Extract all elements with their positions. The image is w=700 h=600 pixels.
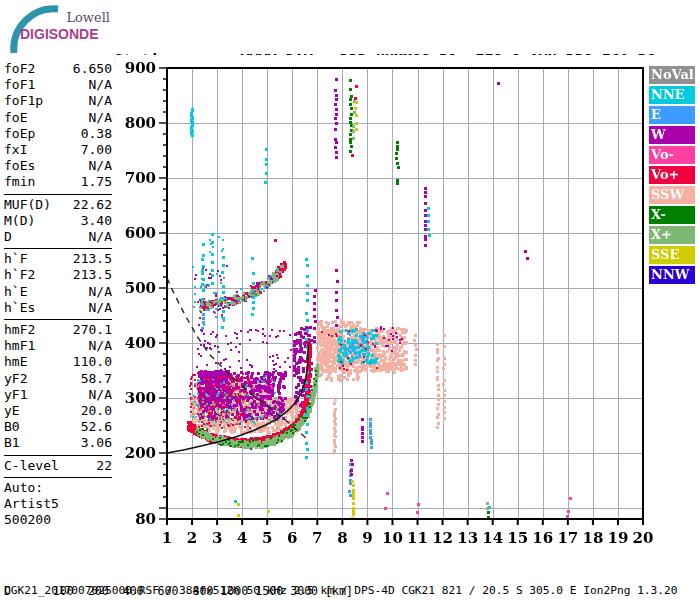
param-label: h`F2 [4, 267, 35, 283]
param-value: 22 [96, 458, 112, 474]
param-label: foE [4, 110, 27, 126]
param-label: hmE [4, 354, 27, 370]
param-value: 58.7 [81, 371, 112, 387]
scaled-parameters-panel: foF26.650foF1N/AfoF1pN/AfoEN/AfoEp0.38fx… [4, 59, 112, 531]
lowell-digisonde-logo: Lowell DIGISONDE [6, 4, 112, 54]
legend-item-w: W [649, 126, 695, 144]
legend-item-ssw: SSW [649, 186, 695, 204]
param-row: yF1N/A [4, 387, 112, 403]
ionogram-plot-canvas [115, 55, 700, 555]
param-row: hmE110.0 [4, 354, 112, 370]
legend-item-sse: SSE [649, 246, 695, 264]
legend-item-vominus: Vo- [649, 146, 695, 164]
legend-label: SSE [649, 246, 679, 264]
param-row: fxI7.00 [4, 142, 112, 158]
param-label: foEs [4, 158, 35, 174]
param-group: hmF2270.1hmF1N/AhmE110.0yF258.7yF1N/AyE2… [4, 319, 112, 455]
param-label: yF2 [4, 371, 27, 387]
param-label: yF1 [4, 387, 27, 403]
param-value: 270.1 [73, 322, 112, 338]
param-row: M(D)3.40 [4, 213, 112, 229]
legend-item-voplus: Vo+ [649, 166, 695, 184]
legend-label: Vo+ [649, 166, 679, 184]
legend-label: NoVal [649, 66, 694, 84]
param-row: B13.06 [4, 435, 112, 451]
param-value: 3.06 [81, 435, 112, 451]
param-row: foF26.650 [4, 61, 112, 77]
param-label: B1 [4, 435, 20, 451]
param-value: N/A [89, 284, 112, 300]
autoscaling-info: Auto:Artist5500200 [4, 478, 112, 532]
param-label: foF1p [4, 93, 43, 109]
param-value: N/A [89, 300, 112, 316]
param-value: N/A [89, 93, 112, 109]
param-label: D [4, 229, 12, 245]
legend-label: E [649, 106, 661, 124]
param-label: fmin [4, 174, 35, 190]
param-label: h`F [4, 251, 27, 267]
param-row: yF258.7 [4, 371, 112, 387]
param-label: MUF(D) [4, 197, 51, 213]
param-label: foF1 [4, 77, 35, 93]
param-row: foF1pN/A [4, 93, 112, 109]
legend-label: X+ [649, 226, 672, 244]
param-row: h`EsN/A [4, 300, 112, 316]
param-value: N/A [89, 110, 112, 126]
ionogram-viewer: Lowell DIGISONDE Station YYYY DAY DDD HH… [0, 0, 700, 600]
param-group: h`F213.5h`F2213.5h`EN/Ah`EsN/A [4, 248, 112, 319]
autoscaling-line: Artist5 [4, 496, 112, 512]
legend-label: X- [649, 206, 666, 224]
param-value: 1.75 [81, 174, 112, 190]
param-label: M(D) [4, 213, 35, 229]
autoscaling-line: 500200 [4, 512, 112, 528]
param-group: MUF(D)22.62M(D)3.40DN/A [4, 194, 112, 249]
param-value: 22.62 [73, 197, 112, 213]
param-label: fxI [4, 142, 27, 158]
param-label: h`Es [4, 300, 35, 316]
logo-text-lowell: Lowell [42, 10, 110, 25]
param-label: yE [4, 403, 20, 419]
legend-label: NNW [649, 266, 689, 284]
param-row: MUF(D)22.62 [4, 197, 112, 213]
param-label: hmF1 [4, 338, 35, 354]
param-row: foEp0.38 [4, 126, 112, 142]
legend-item-nne: NNE [649, 86, 695, 104]
param-value: 6.650 [73, 61, 112, 77]
param-row: foEN/A [4, 110, 112, 126]
autoscaling-line: Auto: [4, 480, 112, 496]
legend-label: NNE [649, 86, 685, 104]
param-row: yE20.0 [4, 403, 112, 419]
param-value: N/A [89, 338, 112, 354]
param-value: N/A [89, 387, 112, 403]
param-value: 52.6 [81, 419, 112, 435]
legend-item-nnw: NNW [649, 266, 695, 284]
param-label: C-level [4, 458, 59, 474]
param-label: h`E [4, 284, 27, 300]
direction-color-legend: NoValNNEEWVo-Vo+SSWX-X+SSENNW [649, 66, 696, 286]
param-row: h`F213.5 [4, 251, 112, 267]
logo-text-digisonde: DIGISONDE [20, 26, 116, 42]
param-value: 110.0 [73, 354, 112, 370]
param-group: C-level22 [4, 455, 112, 478]
param-value: 20.0 [81, 403, 112, 419]
file-info-line: CGK21_2017007025000.RSF / 384fx512h 50 k… [4, 584, 678, 597]
param-row: foF1N/A [4, 77, 112, 93]
param-row: h`F2213.5 [4, 267, 112, 283]
param-row: DN/A [4, 229, 112, 245]
param-label: foEp [4, 126, 35, 142]
param-row: hmF2270.1 [4, 322, 112, 338]
legend-item-noval: NoVal [649, 66, 695, 84]
param-value: N/A [89, 77, 112, 93]
param-value: 3.40 [81, 213, 112, 229]
param-row: B052.6 [4, 419, 112, 435]
legend-label: Vo- [649, 146, 674, 164]
legend-item-xminus: X- [649, 206, 695, 224]
param-row: C-level22 [4, 458, 112, 474]
param-value: 213.5 [73, 267, 112, 283]
param-row: hmF1N/A [4, 338, 112, 354]
param-label: B0 [4, 419, 20, 435]
param-value: N/A [89, 229, 112, 245]
legend-label: SSW [649, 186, 684, 204]
legend-label: W [649, 126, 666, 144]
param-label: foF2 [4, 61, 35, 77]
